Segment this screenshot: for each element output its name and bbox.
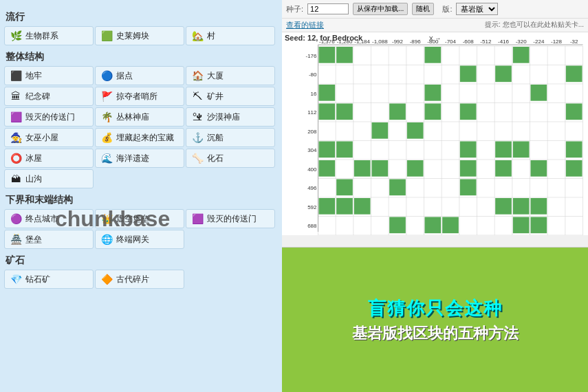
item-icon: 🔶 bbox=[100, 272, 113, 286]
svg-text:-320: -320 bbox=[516, 39, 527, 45]
item-icon: ⬛ bbox=[9, 69, 23, 83]
nav-item[interactable]: ⬛地牢 bbox=[4, 66, 94, 85]
svg-text:-32: -32 bbox=[570, 39, 578, 45]
nav-item[interactable]: 🏔山沟 bbox=[4, 169, 94, 188]
item-label: 史莱姆块 bbox=[116, 30, 149, 42]
svg-rect-72 bbox=[319, 142, 336, 158]
seed-input[interactable] bbox=[307, 3, 349, 14]
nav-item[interactable]: 🌐终端网关 bbox=[95, 230, 184, 249]
nav-item[interactable]: 🏯堡垒 bbox=[4, 230, 94, 249]
svg-rect-96 bbox=[425, 217, 442, 234]
nav-item[interactable]: 💎钻石矿 bbox=[4, 270, 94, 289]
svg-rect-54 bbox=[319, 47, 336, 63]
item-icon: 🏯 bbox=[9, 232, 23, 246]
nav-item[interactable]: 👑虚空堡垒 bbox=[95, 209, 184, 228]
item-label: 山沟 bbox=[25, 173, 42, 185]
svg-rect-59 bbox=[495, 66, 512, 83]
save-load-button[interactable]: 从保存中加载... bbox=[353, 3, 408, 15]
svg-rect-87 bbox=[389, 179, 406, 196]
nav-item[interactable]: ⭕冰屋 bbox=[4, 149, 94, 168]
item-label: 地牢 bbox=[25, 70, 42, 82]
svg-rect-60 bbox=[566, 66, 582, 83]
svg-rect-82 bbox=[460, 160, 477, 177]
map-controls: 种子: 从保存中加载... 随机 版: 基岩版Java版 bbox=[282, 0, 588, 19]
map-title: Seed: 12, for Bedrock bbox=[285, 34, 362, 42]
svg-text:-896: -896 bbox=[410, 39, 422, 45]
svg-rect-95 bbox=[389, 217, 406, 234]
svg-rect-83 bbox=[495, 160, 512, 177]
dimension-select[interactable]: 基岩版Java版 bbox=[456, 3, 498, 15]
nav-item[interactable]: ⛏矿井 bbox=[186, 87, 275, 106]
view-link[interactable]: 查看的链接 bbox=[286, 20, 324, 30]
seed-label: 种子: bbox=[286, 4, 303, 14]
nav-item[interactable]: 🌿生物群系 bbox=[4, 26, 94, 45]
item-label: 矿井 bbox=[207, 91, 224, 102]
nav-item[interactable]: 🌊海洋遗迹 bbox=[95, 149, 184, 168]
hint-text: 提示: 您也可以在此处粘贴关卡... bbox=[485, 20, 584, 30]
svg-rect-63 bbox=[531, 85, 547, 101]
svg-text:592: 592 bbox=[307, 204, 317, 210]
nav-item[interactable]: 🔵据点 bbox=[95, 66, 184, 85]
nav-item[interactable]: 🚩掠夺者哨所 bbox=[95, 87, 184, 106]
nav-item[interactable]: 🦴化石 bbox=[186, 149, 275, 168]
svg-text:688: 688 bbox=[307, 223, 317, 229]
item-label: 毁灭的传送门 bbox=[25, 111, 75, 123]
section-title: 下界和末端结构 bbox=[4, 194, 278, 206]
nav-item[interactable]: 🏠大厦 bbox=[186, 66, 275, 85]
nav-item[interactable]: 🟪毁灭的传送门 bbox=[4, 107, 94, 127]
item-icon: 🚩 bbox=[100, 89, 113, 103]
item-icon: 🦴 bbox=[190, 151, 204, 165]
nav-item[interactable]: 🔶古代碎片 bbox=[95, 270, 184, 289]
map-link-row: 查看的链接 提示: 您也可以在此处粘贴关卡... bbox=[282, 19, 588, 32]
svg-rect-70 bbox=[372, 122, 389, 139]
svg-text:-992: -992 bbox=[392, 39, 404, 45]
item-icon: 🌴 bbox=[100, 110, 113, 124]
item-icon: 👑 bbox=[100, 212, 113, 226]
svg-rect-98 bbox=[513, 217, 530, 234]
item-icon: 🏛 bbox=[9, 89, 23, 103]
svg-rect-90 bbox=[336, 198, 353, 215]
svg-rect-88 bbox=[460, 179, 477, 196]
nav-item[interactable]: 🏡村 bbox=[186, 26, 275, 45]
svg-text:X →: X → bbox=[429, 35, 442, 42]
bottom-section: 盲猜你只会这种 基岩版找区块的五种方法 bbox=[282, 248, 588, 392]
item-icon: 🏔 bbox=[9, 172, 23, 186]
nav-item[interactable]: 🏜沙漠神庙 bbox=[186, 107, 275, 127]
map-area: 种子: 从保存中加载... 随机 版: 基岩版Java版 查看的链接 提示: 您… bbox=[282, 0, 588, 248]
svg-rect-80 bbox=[372, 160, 389, 177]
svg-rect-69 bbox=[566, 104, 582, 120]
item-label: 据点 bbox=[116, 70, 133, 82]
bottom-line1: 盲猜你只会这种 bbox=[368, 296, 503, 320]
item-icon: 🟪 bbox=[190, 212, 204, 226]
item-icon: 🌐 bbox=[100, 232, 113, 246]
svg-text:-80: -80 bbox=[309, 72, 317, 78]
svg-rect-73 bbox=[336, 142, 353, 158]
svg-text:208: 208 bbox=[307, 129, 317, 135]
item-label: 虚空堡垒 bbox=[116, 213, 149, 225]
svg-text:-128: -128 bbox=[551, 39, 563, 45]
svg-rect-97 bbox=[442, 217, 459, 234]
nav-item[interactable]: 🟪毁灭的传送门 bbox=[186, 209, 275, 228]
svg-text:304: 304 bbox=[307, 147, 317, 153]
nav-item[interactable]: 🧙女巫小屋 bbox=[4, 128, 94, 147]
svg-text:-416: -416 bbox=[498, 39, 510, 45]
item-label: 沉船 bbox=[207, 132, 224, 144]
svg-text:-1,088: -1,088 bbox=[372, 39, 388, 45]
nav-item[interactable]: 🌴丛林神庙 bbox=[95, 107, 184, 127]
random-button[interactable]: 随机 bbox=[412, 3, 434, 15]
nav-item[interactable]: 🟩史莱姆块 bbox=[95, 26, 184, 45]
item-label: 毁灭的传送门 bbox=[207, 213, 257, 225]
map-svg: -1,376-1,280-1,184-1,088-992-896-800-704… bbox=[282, 32, 588, 235]
svg-rect-65 bbox=[336, 104, 353, 120]
nav-item[interactable]: 🏛纪念碑 bbox=[4, 87, 94, 106]
item-icon: 🔵 bbox=[100, 69, 113, 83]
svg-rect-92 bbox=[495, 198, 512, 215]
nav-item[interactable]: ⚓沉船 bbox=[186, 128, 275, 147]
svg-rect-57 bbox=[513, 47, 530, 63]
item-icon: ⛏ bbox=[190, 89, 204, 103]
nav-item[interactable]: 💰埋藏起来的宝藏 bbox=[95, 128, 184, 147]
item-label: 纪念碑 bbox=[25, 91, 50, 102]
item-icon: 🏜 bbox=[190, 110, 204, 124]
svg-rect-99 bbox=[531, 217, 547, 234]
nav-item[interactable]: 🟣终点城市 bbox=[4, 209, 94, 228]
